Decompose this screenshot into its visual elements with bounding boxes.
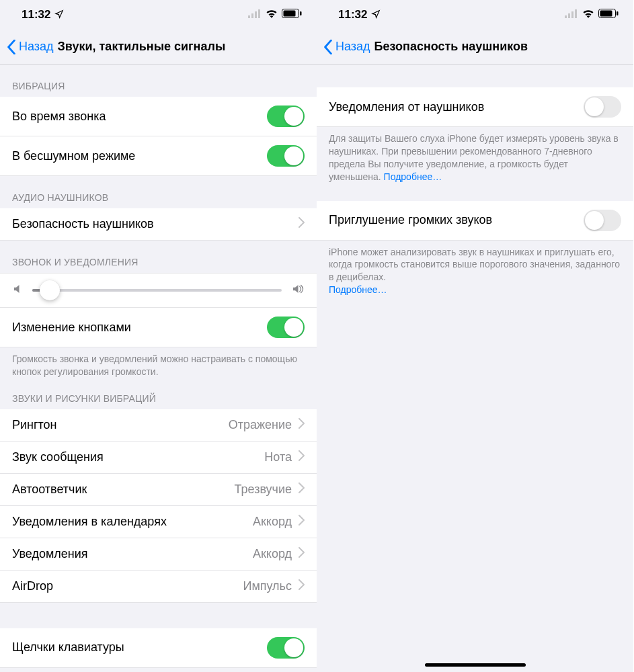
row-reminder-alerts[interactable]: Уведомления Аккорд: [0, 538, 317, 571]
row-text-tone[interactable]: Звук сообщения Нота: [0, 442, 317, 474]
row-label: Звук сообщения: [12, 450, 104, 464]
ringer-volume-slider-row: [0, 273, 317, 308]
chevron-right-icon: [299, 547, 305, 561]
toggle-keyboard-clicks[interactable]: [267, 637, 305, 659]
chevron-right-icon: [299, 418, 305, 432]
row-reduce-loud-sounds[interactable]: Приглушение громких звуков: [317, 201, 633, 241]
location-arrow-icon: [371, 9, 381, 21]
svg-rect-13: [617, 11, 619, 15]
row-label: Изменение кнопками: [12, 321, 131, 335]
svg-rect-7: [565, 15, 567, 18]
section-header-vibration: ВИБРАЦИЯ: [0, 65, 317, 97]
svg-rect-9: [571, 11, 573, 18]
cell-signal-icon: [565, 8, 578, 22]
row-keyboard-clicks[interactable]: Щелчки клавиатуры: [0, 628, 317, 668]
toggle-vibrate-on-ring[interactable]: [267, 106, 305, 127]
back-label: Назад: [19, 40, 54, 54]
status-bar: 11:32: [317, 0, 633, 30]
toggle-vibrate-on-silent[interactable]: [267, 145, 305, 167]
nav-bar: Назад Звуки, тактильные сигналы: [0, 30, 317, 65]
row-airdrop[interactable]: AirDrop Импульс: [0, 571, 317, 603]
section-header-ringer-alerts: ЗВОНОК И УВЕДОМЛЕНИЯ: [0, 241, 317, 273]
row-headphone-notifications[interactable]: Уведомления от наушников: [317, 87, 633, 127]
volume-high-icon: [290, 283, 305, 298]
svg-rect-8: [568, 13, 570, 18]
svg-rect-2: [255, 11, 257, 18]
row-value: Отражение: [229, 418, 292, 432]
row-label: Рингтон: [12, 418, 57, 432]
section-header-sounds-patterns: ЗВУКИ И РИСУНКИ ВИБРАЦИЙ: [0, 384, 317, 409]
toggle-headphone-notifications[interactable]: [584, 96, 621, 118]
svg-rect-1: [251, 13, 253, 18]
row-vibrate-on-ring[interactable]: Во время звонка: [0, 97, 317, 136]
cell-signal-icon: [248, 8, 262, 22]
section-footer-ringer: Громкость звонка и уведомлений можно нас…: [0, 347, 317, 384]
row-value: Аккорд: [253, 547, 292, 561]
row-value: Нота: [264, 450, 292, 464]
row-label: В бесшумном режиме: [12, 149, 135, 163]
svg-rect-3: [258, 9, 260, 18]
wifi-icon: [582, 8, 594, 22]
section-footer-reduce-loud: iPhone может анализировать звук в наушни…: [317, 241, 633, 302]
chevron-right-icon: [299, 515, 305, 529]
chevron-right-icon: [299, 579, 305, 593]
status-time: 11:32: [338, 8, 367, 22]
row-vibrate-on-silent[interactable]: В бесшумном режиме: [0, 136, 317, 176]
row-label: Уведомления от наушников: [329, 100, 484, 114]
row-value: Трезвучие: [235, 482, 292, 497]
volume-low-icon: [12, 283, 24, 298]
row-voicemail[interactable]: Автоответчик Трезвучие: [0, 474, 317, 506]
row-calendar-alerts[interactable]: Уведомления в календарях Аккорд: [0, 506, 317, 538]
location-arrow-icon: [54, 9, 64, 21]
svg-rect-0: [248, 15, 250, 18]
row-label: AirDrop: [12, 579, 53, 593]
back-label: Назад: [335, 40, 370, 54]
row-value: Аккорд: [253, 515, 292, 529]
phone-left-sounds-haptics: 11:32 Назад: [0, 0, 317, 672]
section-header-headphone-audio: АУДИО НАУШНИКОВ: [0, 176, 317, 208]
phone-right-headphone-safety: 11:32 Назад: [317, 0, 633, 672]
learn-more-link[interactable]: Подробнее…: [329, 284, 387, 295]
row-label: Безопасность наушников: [12, 217, 154, 231]
toggle-reduce-loud-sounds[interactable]: [584, 210, 621, 231]
chevron-right-icon: [299, 450, 305, 464]
battery-icon: [282, 8, 302, 22]
nav-bar: Назад Безопасность наушников: [317, 30, 633, 65]
row-label: Уведомления в календарях: [12, 515, 167, 529]
row-value: Импульс: [243, 579, 292, 593]
row-label: Щелчки клавиатуры: [12, 640, 124, 655]
svg-rect-10: [575, 9, 577, 18]
section-footer-headphone-notifications: Для защиты Вашего слуха iPhone будет изм…: [317, 127, 633, 189]
row-label: Автоответчик: [12, 482, 87, 497]
status-time: 11:32: [22, 8, 50, 22]
learn-more-link[interactable]: Подробнее…: [384, 171, 442, 182]
slider-thumb[interactable]: [40, 280, 60, 300]
row-headphone-safety[interactable]: Безопасность наушников: [0, 208, 317, 241]
page-title: Безопасность наушников: [374, 40, 528, 54]
svg-rect-6: [300, 11, 302, 15]
status-bar: 11:32: [0, 0, 317, 30]
row-ringtone[interactable]: Рингтон Отражение: [0, 409, 317, 442]
toggle-change-with-buttons[interactable]: [267, 317, 305, 338]
wifi-icon: [266, 8, 278, 22]
page-title: Звуки, тактильные сигналы: [58, 40, 226, 54]
svg-rect-12: [600, 11, 612, 17]
row-label: Во время звонка: [12, 110, 106, 124]
chevron-right-icon: [299, 482, 305, 497]
row-change-with-buttons[interactable]: Изменение кнопками: [0, 308, 317, 347]
back-button[interactable]: Назад: [7, 40, 54, 54]
battery-icon: [598, 8, 619, 22]
row-label: Уведомления: [12, 547, 88, 561]
chevron-right-icon: [299, 217, 305, 231]
svg-rect-5: [284, 11, 296, 17]
row-label: Приглушение громких звуков: [329, 213, 492, 227]
home-indicator: [425, 663, 526, 667]
back-button[interactable]: Назад: [323, 40, 370, 54]
ringer-volume-slider[interactable]: [32, 289, 282, 292]
